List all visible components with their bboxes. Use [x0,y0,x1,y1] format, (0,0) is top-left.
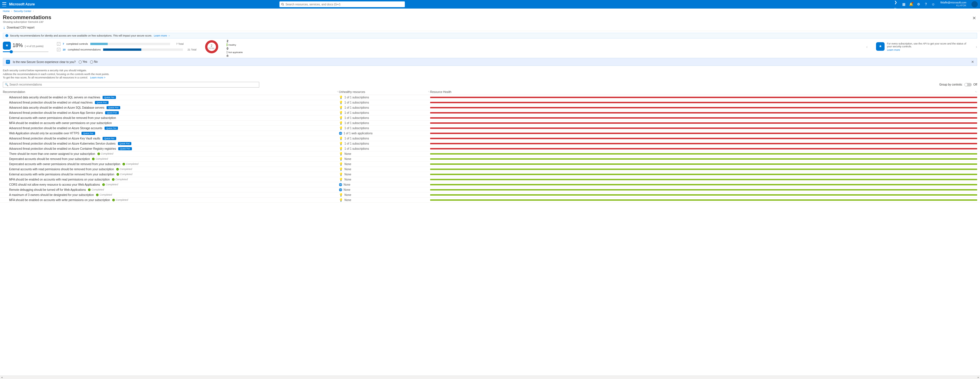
quick-fix-badge[interactable]: Quick Fix! [107,106,120,109]
shield-small-icon: 🛡 [6,60,10,64]
unhealthy-text: 1 of 1 subscriptions [344,142,369,145]
quick-fix-badge[interactable]: Quick Fix! [103,137,116,140]
search-icon: 🔍 [5,83,8,86]
quick-fix-badge[interactable]: Quick Fix! [118,147,132,150]
rec-search[interactable]: 🔍 [3,82,259,88]
unhealthy-text: None [344,173,351,176]
sort-icon: ↑↓ [337,90,339,93]
group-toggle[interactable]: Group by controls: Off [939,83,977,86]
secure-score: 18% (~4 of 22 points) [3,42,48,52]
completed-badge: ✓Completed [123,163,138,165]
feedback-no[interactable]: No [90,60,98,64]
cloud-shell-icon[interactable]: ❯_ [894,2,898,6]
feedback-icon[interactable]: ☺ [931,2,935,6]
desc-link[interactable]: Learn more > [90,76,105,79]
table-row[interactable]: Advanced threat protection should be ena… [0,146,980,152]
health-bar [430,148,977,149]
table-row[interactable]: MFA should be enabled on accounts with r… [0,177,980,182]
table-row[interactable]: Advanced threat protection should be ena… [0,100,980,105]
global-search-input[interactable] [285,3,403,6]
command-bar: ⭳ Download CSV report [0,24,980,31]
quick-fix-badge[interactable]: Quick Fix! [105,126,118,130]
table-row[interactable]: Advanced data security should be enabled… [0,105,980,110]
svg-line-1 [283,5,284,6]
check-icon: ✓ [116,173,119,176]
feedback-close-icon[interactable]: ✕ [971,60,974,64]
table-row[interactable]: Advanced threat protection should be ena… [0,110,980,115]
quick-fix-badge[interactable]: Quick Fix! [103,96,116,99]
table-row[interactable]: MFA should be enabled on accounts with o… [0,121,980,126]
rec-text: Advanced threat protection should be ena… [9,101,92,104]
table-row[interactable]: CORS should not allow every resource to … [0,182,980,187]
health-bar [430,138,977,139]
table-row[interactable]: Advanced threat protection should be ena… [0,141,980,146]
lightbulb-icon: 💡 [339,101,343,104]
crumb-security-center[interactable]: Security Center [14,10,31,13]
lightbulb-icon: 💡 [339,198,343,202]
controls-row: 🔍 Group by controls: Off [0,81,980,89]
svg-point-0 [282,3,283,5]
download-csv-button[interactable]: ⭳ Download CSV report [3,26,35,29]
table-row[interactable]: External accounts with owner permissions… [0,115,980,121]
brand[interactable]: Microsoft Azure [9,2,35,6]
help-icon[interactable]: ? [924,2,928,6]
rec-text: External accounts with owner permissions… [9,116,116,120]
progress-recs-total: 21 Total [185,48,197,51]
rec-text: Advanced threat protection should be ena… [9,111,103,114]
directory-icon[interactable]: ▦ [902,2,906,6]
tip-link[interactable]: Learn more [887,48,967,51]
rec-search-input[interactable] [10,83,257,86]
rec-text: Advanced threat protection should be ena… [9,137,100,140]
col-resource-health[interactable]: Resource Health↑↓ [430,90,977,94]
col-recommendation[interactable]: Recommendation↑↓ [3,90,339,94]
completed-badge: ✓Completed [96,193,112,196]
checklist-icon: ✓ [57,42,60,46]
completed-badge: ✓Completed [97,152,113,155]
notifications-icon[interactable]: 🔔 [909,2,913,6]
table-row[interactable]: Deprecated accounts should be removed fr… [0,157,980,162]
info-link[interactable]: Learn more → [154,34,170,37]
globe-icon [339,188,342,191]
carousel-next-icon[interactable]: › [976,45,977,49]
close-icon[interactable]: ✕ [971,14,977,22]
table-row[interactable]: Remote debugging should be turned off fo… [0,187,980,192]
page-header: Recommendations Showing subscription 'De… [0,14,980,24]
unhealthy-text: 1 of 1 subscriptions [344,126,369,130]
quick-fix-badge[interactable]: Quick Fix! [118,142,132,145]
table-row[interactable]: There should be more than one owner assi… [0,152,980,157]
avatar[interactable] [972,1,978,7]
table-row[interactable]: External accounts with write permissions… [0,172,980,177]
unhealthy-text: None [344,157,351,161]
settings-icon[interactable]: ⚙ [916,2,920,6]
quick-fix-badge[interactable]: Quick Fix! [105,111,119,114]
feedback-yes[interactable]: Yes [79,60,87,64]
menu-icon[interactable] [2,2,6,6]
health-bar [430,168,977,170]
user-info[interactable]: fiklaffe@microsoft.com KLAFOK [940,2,966,7]
crumb-home[interactable]: Home [3,10,10,13]
completed-badge: ✓Completed [116,168,132,171]
quick-fix-badge[interactable]: Quick Fix! [95,101,108,104]
carousel-prev-icon[interactable]: ‹ [866,45,868,49]
table-row[interactable]: Deprecated accounts with owner permissio… [0,162,980,167]
table-row[interactable]: Advanced threat protection should be ena… [0,126,980,131]
quick-fix-badge[interactable]: Quick Fix! [81,132,95,135]
table-row[interactable]: Web Application should only be accessibl… [0,131,980,136]
rec-text: There should be more than one owner assi… [9,152,95,155]
table-row[interactable]: Advanced data security should be enabled… [0,95,980,100]
toggle-switch[interactable] [964,83,972,86]
table-row[interactable]: Advanced threat protection should be ena… [0,136,980,141]
col-unhealthy[interactable]: Unhealthy resources↑↓ [339,90,430,94]
health-bar [430,133,977,134]
unhealthy-text: 1 of 1 subscriptions [344,137,369,140]
global-search[interactable] [280,2,405,7]
check-icon: ✓ [96,193,99,196]
rec-text: A maximum of 3 owners should be designat… [9,193,94,197]
table-row[interactable]: MFA should be enabled on accounts with w… [0,198,980,203]
table-row[interactable]: A maximum of 3 owners should be designat… [0,192,980,198]
completed-badge: ✓Completed [116,173,132,176]
completed-badge: ✓Completed [112,198,128,201]
table-row[interactable]: External accounts with read permissions … [0,167,980,172]
check-icon: ✓ [123,163,125,165]
health-bar [430,163,977,165]
